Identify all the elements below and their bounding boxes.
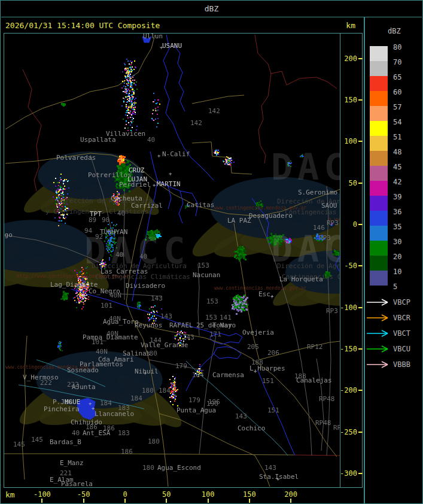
route-label: 40N (106, 330, 118, 338)
route-label: 184 (159, 387, 171, 394)
route-label: 92 (95, 233, 103, 241)
route-label: 143 (151, 294, 163, 302)
route-label: 188 (294, 372, 306, 380)
radar-map[interactable]: UllunUSANUVillavicenUspallataN-CalifPolv… (4, 34, 340, 487)
route-label: 205 (247, 343, 259, 351)
map-label: LA PAZ (227, 217, 251, 224)
route-label: 40 (117, 210, 125, 217)
route-label: RP48 (315, 419, 331, 427)
map-label: SAOU (321, 202, 337, 210)
legend-row-vbbb: VBBB (365, 360, 391, 369)
right-axis: 200150100500-50-100-150-200-250-300 (340, 34, 363, 487)
route-label: 153 (206, 297, 218, 305)
legend-row-vbct: VBCT (365, 329, 391, 338)
station-marker-icon: + (144, 370, 147, 376)
route-label: 180 (142, 464, 154, 472)
route-label: 40N (96, 348, 108, 356)
map-label: Perdriel (119, 181, 151, 189)
route-label: 222 (40, 379, 52, 387)
map-label: Nacunan (193, 271, 220, 279)
route-label: 40N (109, 315, 121, 323)
map-label: Bardas_B (50, 438, 81, 446)
route-label: RP48 (319, 395, 335, 403)
route-label: RP3 (326, 307, 338, 315)
route-label: 94 (84, 227, 92, 235)
route-label: 89 (89, 216, 96, 224)
right-axis-unit: km (346, 21, 355, 30)
bottom-axis-unit: km (5, 490, 15, 499)
route-label: 184 (100, 399, 112, 407)
bottom-axis: km -100-50050100150200 (4, 489, 363, 503)
route-label: 151 (262, 377, 274, 385)
station-marker-icon: + (157, 153, 160, 159)
legend-label: VBCT (393, 329, 410, 338)
map-label: Divisadero (126, 282, 165, 290)
station-marker-icon: + (160, 44, 163, 50)
route-label: 179 (175, 362, 187, 370)
map-window: 2026/01/31 15:14:00 UTC Composite km Ull… (1, 17, 364, 503)
route-label: RP3 (319, 234, 331, 242)
legend-label: VBCR (393, 314, 410, 322)
legend-row-vbcp: VBCP (365, 297, 391, 307)
route-label: 186 (103, 424, 115, 432)
watermark-dacc: DACC (271, 146, 340, 188)
map-label: Polvaredas (56, 154, 96, 162)
map-label: USANU (162, 42, 182, 50)
radar-vector-arrow-icon (365, 345, 391, 353)
legend-row-vbcu: VBCU (365, 344, 391, 354)
route-label: 40N (109, 292, 121, 299)
radar-vector-arrow-icon (365, 329, 391, 338)
route-label: 206 (267, 349, 279, 357)
route-label: 180 (148, 438, 160, 445)
station-marker-icon: + (153, 182, 156, 188)
route-label: 183 (118, 404, 130, 412)
station-marker-icon: + (270, 293, 273, 299)
route-label: 153 (197, 262, 209, 269)
map-label: Sosneado (67, 366, 99, 374)
route-label: 222 (67, 381, 79, 388)
station-marker-icon: + (169, 171, 172, 177)
map-header: 2026/01/31 15:14:00 UTC Composite km (1, 17, 364, 33)
route-label: 180 (145, 350, 157, 357)
map-label: CRUZ (129, 166, 145, 174)
map-label: Catitas (187, 201, 214, 209)
window-title: dBZ (205, 4, 218, 13)
station-marker-icon: + (113, 229, 116, 235)
route-label: RP (333, 424, 340, 432)
map-label: Pasarela (61, 480, 93, 487)
map-label: MARTIN (157, 180, 181, 188)
route-label: 40 (147, 136, 155, 144)
route-label: 180 (142, 387, 154, 394)
timestamp-label: 2026/01/31 15:14:00 UTC Composite (5, 21, 160, 30)
legend-label: VBBB (393, 360, 410, 369)
radar-site-legend: VBCPVBCRVBCTVBCUVBBB (365, 17, 423, 503)
map-label: Tovar (212, 321, 232, 329)
route-label: 179 (188, 396, 200, 404)
route-label: 186 (121, 448, 133, 456)
map-label: Uspallata (80, 136, 116, 144)
map-frame: UllunUSANUVillavicenUspallataN-CalifPolv… (4, 33, 363, 488)
map-label: Pincheira (44, 405, 80, 413)
map-label: Potrerillos (88, 171, 132, 179)
station-marker-icon: + (254, 368, 257, 374)
route-label: 144 (150, 336, 162, 344)
legend-label: VBCU (393, 345, 410, 353)
map-label: Carmensa (212, 371, 244, 379)
map-label: Valle_Grande (141, 341, 188, 349)
route-label: 146 (313, 224, 325, 232)
route-label: 153 (205, 314, 217, 321)
map-label: Ovejeria (242, 329, 274, 336)
route-label: 141 (220, 314, 232, 321)
map-label: Las_Carretas (101, 268, 148, 275)
radar-vector-arrow-icon (365, 314, 391, 322)
route-label: 186 (86, 423, 98, 431)
route-label: 188 (251, 359, 263, 366)
route-label: 184 (192, 371, 204, 379)
map-label: Ullun (143, 34, 163, 40)
route-label: 171 (209, 330, 221, 338)
route-label: 143 (160, 312, 172, 320)
window-titlebar: dBZ (1, 1, 422, 17)
route-label: 101 (92, 338, 104, 346)
map-label: Carrizal (131, 202, 163, 210)
route-label: 143 (182, 333, 194, 341)
